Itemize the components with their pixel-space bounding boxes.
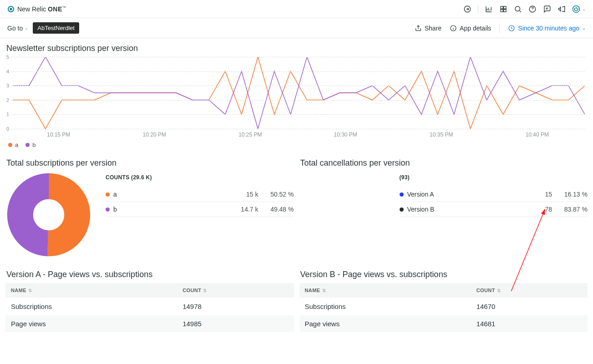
announce-icon[interactable] xyxy=(558,5,566,13)
svg-rect-5 xyxy=(501,9,503,11)
help-icon[interactable] xyxy=(528,5,537,13)
legend-item[interactable]: b xyxy=(25,142,35,148)
series-dot xyxy=(400,192,404,197)
chevron-down-icon: ⌄ xyxy=(582,6,586,11)
chart-title-version-a-table: Version A - Page views vs. subscriptions xyxy=(6,270,293,279)
svg-rect-4 xyxy=(504,6,506,9)
x-tick-label: 10:25 PM xyxy=(238,131,262,138)
x-tick-label: 10:40 PM xyxy=(526,131,549,138)
goto-dropdown[interactable]: Go to ⌄ xyxy=(7,25,28,32)
y-tick-label: 2 xyxy=(6,97,9,103)
y-tick-label: 0 xyxy=(6,126,9,131)
info-icon xyxy=(450,25,457,32)
legend-dot xyxy=(25,143,30,147)
power-icon xyxy=(572,5,580,13)
chart-title-total-subs: Total subscriptions per version xyxy=(6,158,293,168)
x-tick-label: 10:35 PM xyxy=(430,131,453,138)
cell-name: Subscriptions xyxy=(299,298,471,315)
goto-label: Go to xyxy=(7,25,23,32)
time-picker[interactable]: Since 30 minutes ago ⌄ xyxy=(508,25,586,32)
series-pct: 83.87 % xyxy=(556,206,588,213)
separator xyxy=(499,23,500,33)
app-details-label: App details xyxy=(460,25,491,32)
col-count[interactable]: COUNT⇅ xyxy=(177,283,294,298)
account-menu[interactable]: ⌄ xyxy=(572,5,586,13)
counts-header-cancel: (93) xyxy=(400,174,588,181)
sort-icon: ⇅ xyxy=(28,288,32,293)
col-name[interactable]: NAME⇅ xyxy=(299,283,471,298)
count-row[interactable]: b14.7 k49.48 % xyxy=(106,202,294,217)
svg-rect-3 xyxy=(501,6,503,9)
table-version-b: NAME⇅ COUNT⇅ Subscriptions14670Page view… xyxy=(299,283,588,332)
share-label: Share xyxy=(425,25,441,32)
goto-icon[interactable] xyxy=(463,5,471,13)
search-icon[interactable] xyxy=(514,5,522,13)
chart-title-version-b-table: Version B - Page views vs. subscriptions xyxy=(300,270,587,279)
series-dot xyxy=(106,207,110,212)
cell-name: Page views xyxy=(5,315,177,333)
cell-name: Subscriptions xyxy=(5,298,177,315)
table-row[interactable]: Subscriptions14670 xyxy=(299,298,588,315)
gridline xyxy=(11,114,585,115)
series-value: 78 xyxy=(525,206,552,213)
divider xyxy=(478,5,478,13)
chevron-down-icon: ⌄ xyxy=(25,25,28,30)
sort-icon: ⇅ xyxy=(497,288,501,293)
cell-count: 14670 xyxy=(471,298,588,315)
brand-logo-icon xyxy=(7,5,15,13)
share-button[interactable]: Share xyxy=(415,25,441,32)
chart-icon[interactable] xyxy=(485,5,493,13)
chart-title-cancellations: Total cancellations per version xyxy=(300,158,587,168)
share-icon xyxy=(415,25,422,32)
cell-count: 14985 xyxy=(177,315,294,333)
content: Newsletter subscriptions per version 10:… xyxy=(0,38,593,338)
series-pct: 50.52 % xyxy=(262,191,294,198)
series-name: Version A xyxy=(407,191,522,198)
col-count[interactable]: COUNT⇅ xyxy=(471,283,588,298)
chart-title-subscriptions: Newsletter subscriptions per version xyxy=(6,44,587,53)
x-tick-label: 10:15 PM xyxy=(47,131,70,138)
count-row[interactable]: Version B7883.87 % xyxy=(400,202,588,217)
series-name: Version B xyxy=(407,206,522,213)
y-tick-label: 3 xyxy=(6,83,9,88)
line-chart[interactable]: 10:15 PM10:20 PM10:25 PM10:30 PM10:35 PM… xyxy=(11,57,585,139)
series-pct: 16.13 % xyxy=(556,191,588,198)
chevron-down-icon: ⌄ xyxy=(582,25,586,30)
table-row[interactable]: Subscriptions14978 xyxy=(5,298,294,315)
y-tick-label: 5 xyxy=(6,54,9,60)
series-pct: 49.48 % xyxy=(262,206,294,213)
gridline xyxy=(11,71,585,72)
sub-bar: Go to ⌄ AbTestNerdlet Share App details … xyxy=(0,18,593,38)
gridline xyxy=(11,129,585,129)
legend-dot xyxy=(8,143,12,147)
app-details-button[interactable]: App details xyxy=(450,25,491,32)
sort-icon: ⇅ xyxy=(322,288,326,293)
series-b xyxy=(13,57,585,129)
series-name: a xyxy=(113,191,228,198)
count-row[interactable]: a15 k50.52 % xyxy=(106,187,294,202)
svg-point-7 xyxy=(515,6,520,11)
brand[interactable]: New Relic ONE™ xyxy=(7,5,66,13)
donut-chart[interactable] xyxy=(5,172,92,258)
gridline xyxy=(11,57,585,57)
gridline xyxy=(11,100,585,101)
legend-item[interactable]: a xyxy=(8,142,18,148)
series-name: b xyxy=(113,206,228,213)
y-tick-label: 1 xyxy=(6,111,9,117)
col-name[interactable]: NAME⇅ xyxy=(5,283,177,298)
svg-rect-6 xyxy=(504,9,506,11)
counts-header-subs: COUNTS (29.6 K) xyxy=(106,174,294,181)
table-row[interactable]: Page views14985 xyxy=(5,315,294,333)
cell-name: Page views xyxy=(299,315,471,333)
series-dot xyxy=(106,192,110,197)
brand-name: New Relic ONE™ xyxy=(17,5,66,13)
series-dot xyxy=(400,207,404,212)
table-row[interactable]: Page views14681 xyxy=(299,315,588,333)
count-row[interactable]: Version A1516.13 % xyxy=(400,187,588,202)
feedback-icon[interactable] xyxy=(543,5,551,13)
series-value: 15 xyxy=(525,191,552,198)
apps-icon[interactable] xyxy=(499,5,507,13)
y-tick-label: 4 xyxy=(6,69,9,74)
top-bar: New Relic ONE™ ⌄ xyxy=(0,0,593,18)
cell-count: 14978 xyxy=(177,298,294,315)
